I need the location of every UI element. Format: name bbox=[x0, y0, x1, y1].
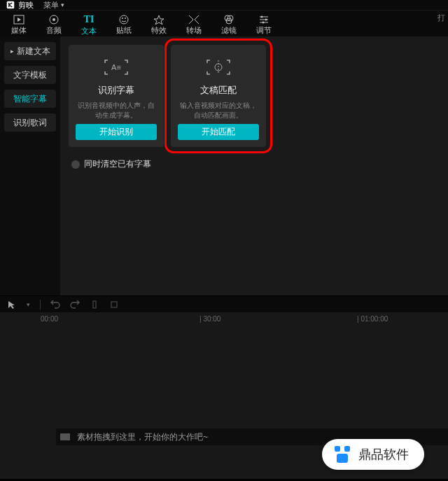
tab-label: 媒体 bbox=[11, 25, 27, 36]
tab-sticker[interactable]: 贴纸 bbox=[113, 13, 134, 36]
transition-icon bbox=[188, 15, 200, 25]
tab-label: 音频 bbox=[46, 25, 62, 36]
filter-icon bbox=[223, 15, 234, 25]
checkbox-label: 同时清空已有字幕 bbox=[84, 158, 151, 170]
tab-label: 调节 bbox=[256, 25, 272, 36]
content-area: A≡ 识别字幕 识别音视频中的人声，自动生成字幕。 开始识别 文稿匹配 输入音视… bbox=[60, 36, 448, 295]
tab-label: 贴纸 bbox=[116, 25, 132, 36]
svg-point-14 bbox=[261, 15, 263, 18]
tab-audio[interactable]: 音频 bbox=[43, 13, 64, 36]
titlebar: 剪映 菜单 bbox=[0, 0, 448, 10]
svg-point-6 bbox=[122, 18, 123, 19]
toolbar-right-label: 打 bbox=[438, 13, 445, 23]
sidebar-item-smart-subtitle[interactable]: 智能字幕 bbox=[4, 90, 56, 108]
svg-point-16 bbox=[262, 21, 265, 23]
sidebar-item-text-template[interactable]: 文字模板 bbox=[4, 66, 56, 84]
sidebar-item-new-text[interactable]: 新建文本 bbox=[4, 42, 56, 60]
undo-icon[interactable] bbox=[50, 300, 60, 309]
watermark: 鼎品软件 bbox=[322, 439, 424, 470]
crop-icon[interactable] bbox=[109, 300, 119, 309]
sidebar-item-lyrics[interactable]: 识别歌词 bbox=[4, 113, 56, 132]
ruler[interactable]: 00:00 | 30:00 | 01:00:00 bbox=[0, 312, 448, 325]
timeline-toolbar: ▾ bbox=[0, 295, 448, 312]
ruler-tick: | 30:00 bbox=[200, 315, 220, 323]
effects-icon bbox=[153, 15, 164, 25]
text-icon: TI bbox=[84, 14, 94, 25]
main-toolbar: 媒体 音频 TI 文本 贴纸 特效 转场 滤镜 调节 打 bbox=[0, 10, 448, 36]
svg-rect-24 bbox=[337, 454, 348, 463]
card-title: 文稿匹配 bbox=[200, 84, 237, 97]
tab-label: 文本 bbox=[81, 26, 97, 36]
tab-adjust[interactable]: 调节 bbox=[253, 13, 274, 36]
svg-point-15 bbox=[265, 18, 267, 20]
track-hint: 素材拖拽到这里，开始你的大作吧~ bbox=[77, 431, 208, 443]
tab-effects[interactable]: 特效 bbox=[148, 13, 169, 36]
ruler-tick: | 01:00:00 bbox=[357, 315, 388, 323]
sticker-icon bbox=[118, 15, 130, 25]
app-name: 剪映 bbox=[18, 0, 34, 11]
start-recognize-button[interactable]: 开始识别 bbox=[76, 124, 157, 140]
watermark-text: 鼎品软件 bbox=[358, 446, 409, 463]
svg-rect-22 bbox=[335, 446, 340, 452]
subtitle-icon: A≡ bbox=[102, 57, 130, 77]
chevron-down-icon[interactable]: ▾ bbox=[27, 301, 30, 308]
adjust-icon bbox=[258, 15, 270, 25]
card-recognize-subtitle: A≡ 识别字幕 识别音视频中的人声，自动生成字幕。 开始识别 bbox=[69, 45, 164, 147]
main-area: 新建文本 文字模板 智能字幕 识别歌词 A≡ 识别字幕 识别音视频中的人声，自动… bbox=[0, 36, 448, 295]
ruler-tick: 00:00 bbox=[41, 315, 58, 323]
redo-icon[interactable] bbox=[70, 300, 80, 309]
svg-text:A≡: A≡ bbox=[111, 63, 121, 71]
svg-rect-20 bbox=[93, 301, 96, 308]
svg-point-5 bbox=[120, 15, 128, 24]
separator bbox=[40, 300, 41, 309]
card-desc: 输入音视频对应的文稿，自动匹配画面。 bbox=[178, 101, 259, 121]
start-match-button[interactable]: 开始匹配 bbox=[178, 124, 259, 140]
tab-label: 特效 bbox=[151, 25, 167, 36]
card-title: 识别字幕 bbox=[98, 84, 134, 97]
card-desc: 识别音视频中的人声，自动生成字幕。 bbox=[76, 101, 157, 121]
media-icon bbox=[13, 15, 24, 25]
split-icon[interactable] bbox=[90, 300, 99, 309]
clip-icon bbox=[60, 433, 70, 440]
svg-point-4 bbox=[52, 18, 55, 21]
tab-media[interactable]: 媒体 bbox=[8, 13, 29, 36]
tab-label: 滤镜 bbox=[221, 25, 237, 36]
svg-rect-23 bbox=[344, 446, 350, 452]
app-logo-icon bbox=[6, 1, 15, 9]
pointer-icon[interactable] bbox=[7, 300, 17, 309]
svg-point-7 bbox=[125, 18, 126, 19]
svg-marker-2 bbox=[18, 18, 21, 22]
clear-subtitle-checkbox[interactable]: 同时清空已有字幕 bbox=[69, 158, 440, 170]
watermark-logo-icon bbox=[332, 444, 353, 465]
audio-icon bbox=[48, 15, 59, 25]
svg-rect-21 bbox=[111, 302, 117, 307]
tab-filter[interactable]: 滤镜 bbox=[218, 13, 239, 36]
sidebar: 新建文本 文字模板 智能字幕 识别歌词 bbox=[0, 36, 60, 295]
card-script-match: 文稿匹配 输入音视频对应的文稿，自动匹配画面。 开始匹配 bbox=[171, 45, 266, 147]
script-match-icon bbox=[204, 57, 232, 77]
tab-label: 转场 bbox=[186, 25, 202, 36]
tab-text[interactable]: TI 文本 bbox=[78, 13, 99, 36]
tab-transition[interactable]: 转场 bbox=[183, 13, 204, 36]
svg-rect-0 bbox=[7, 1, 15, 9]
menu-button[interactable]: 菜单 bbox=[43, 0, 64, 11]
checkbox-icon bbox=[71, 160, 80, 169]
